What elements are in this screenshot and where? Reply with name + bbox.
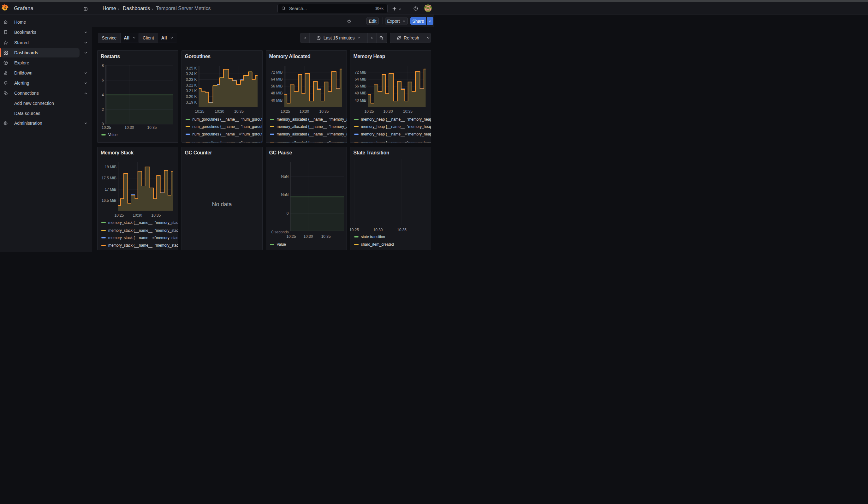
svg-text:10:35: 10:35 <box>397 227 406 232</box>
svg-text:0 seconds: 0 seconds <box>271 229 289 234</box>
svg-text:10:30: 10:30 <box>133 213 142 217</box>
svg-text:56 MiB: 56 MiB <box>271 84 282 89</box>
svg-text:3.23 K: 3.23 K <box>186 78 197 82</box>
svg-text:3.21 K: 3.21 K <box>186 89 197 93</box>
svg-text:64 MiB: 64 MiB <box>354 77 366 81</box>
svg-text:NaN: NaN <box>281 193 289 197</box>
svg-text:10:25: 10:25 <box>364 109 374 114</box>
svg-text:10:30: 10:30 <box>303 234 313 239</box>
svg-text:2: 2 <box>102 107 104 112</box>
svg-text:10:25: 10:25 <box>195 109 204 114</box>
svg-text:NaN: NaN <box>281 174 289 179</box>
svg-text:10:25: 10:25 <box>102 125 111 130</box>
svg-text:72 MiB: 72 MiB <box>271 70 282 74</box>
svg-text:10:25: 10:25 <box>350 227 359 232</box>
svg-text:10:35: 10:35 <box>321 234 330 239</box>
svg-text:10:30: 10:30 <box>124 125 134 130</box>
svg-text:3.25 K: 3.25 K <box>186 66 197 70</box>
svg-text:10:30: 10:30 <box>373 227 383 232</box>
svg-text:10:30: 10:30 <box>215 109 224 114</box>
svg-text:0: 0 <box>286 211 289 216</box>
svg-text:10:25: 10:25 <box>286 234 296 239</box>
svg-text:10:25: 10:25 <box>280 109 290 114</box>
svg-text:10:35: 10:35 <box>319 109 329 114</box>
svg-text:10:35: 10:35 <box>234 109 244 114</box>
svg-text:4: 4 <box>102 93 104 97</box>
svg-text:8: 8 <box>102 63 104 68</box>
svg-text:6: 6 <box>102 78 104 82</box>
svg-text:56 MiB: 56 MiB <box>354 84 366 89</box>
svg-text:10:25: 10:25 <box>114 213 124 217</box>
svg-text:10:30: 10:30 <box>300 109 309 114</box>
svg-text:10:35: 10:35 <box>147 125 157 130</box>
svg-text:64 MiB: 64 MiB <box>271 77 282 81</box>
svg-text:18 MiB: 18 MiB <box>105 165 116 169</box>
svg-text:72 MiB: 72 MiB <box>354 70 366 74</box>
svg-text:48 MiB: 48 MiB <box>271 91 282 95</box>
svg-text:17 MiB: 17 MiB <box>105 187 116 192</box>
svg-text:10:35: 10:35 <box>151 213 161 217</box>
svg-text:10:30: 10:30 <box>383 109 393 114</box>
svg-text:40 MiB: 40 MiB <box>271 98 282 103</box>
svg-text:40 MiB: 40 MiB <box>354 98 366 103</box>
svg-text:3.22 K: 3.22 K <box>186 83 197 88</box>
svg-text:3.20 K: 3.20 K <box>186 94 197 99</box>
svg-text:17.5 MiB: 17.5 MiB <box>102 176 116 180</box>
svg-text:16.5 MiB: 16.5 MiB <box>102 198 116 203</box>
svg-text:3.24 K: 3.24 K <box>186 72 197 76</box>
svg-text:10:35: 10:35 <box>403 109 412 114</box>
svg-text:3.19 K: 3.19 K <box>186 100 197 104</box>
svg-text:48 MiB: 48 MiB <box>354 91 366 95</box>
